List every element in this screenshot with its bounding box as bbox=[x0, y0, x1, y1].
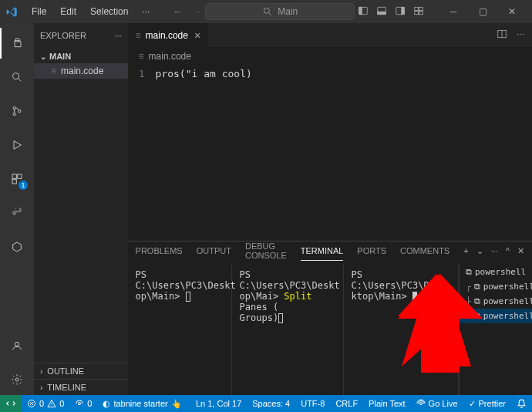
terminal-icon: ⧉ bbox=[474, 282, 480, 292]
tab-more-icon[interactable]: ··· bbox=[517, 29, 524, 42]
status-prettier[interactable]: ✓ Prettier bbox=[463, 395, 511, 412]
status-cursor[interactable]: Ln 1, Col 17 bbox=[190, 395, 247, 412]
svg-rect-9 bbox=[419, 7, 423, 10]
python-icon[interactable] bbox=[0, 198, 34, 228]
status-errors[interactable]: 0 0 bbox=[22, 395, 69, 412]
status-eol[interactable]: CRLF bbox=[330, 395, 363, 412]
file-icon: ≡ bbox=[139, 51, 144, 62]
terminal-icon: ⧉ bbox=[466, 267, 472, 277]
svg-line-13 bbox=[19, 79, 21, 81]
menu-more[interactable]: ··· bbox=[136, 3, 156, 20]
layout-grid-icon[interactable] bbox=[413, 5, 424, 19]
vscode-logo-icon bbox=[6, 5, 18, 18]
terminal-pane-1[interactable]: PS C:\Users\PC3\Deskt op\Main> bbox=[128, 265, 232, 395]
source-control-icon[interactable] bbox=[0, 96, 34, 127]
breadcrumb[interactable]: ≡ main.code bbox=[128, 48, 532, 65]
tab-main-code[interactable]: ≡ main.code × bbox=[128, 23, 210, 48]
menu-file[interactable]: File bbox=[25, 3, 52, 20]
terminal-icon: ⧉ bbox=[474, 311, 480, 321]
terminal-pane-2[interactable]: PS C:\Users\PC3\Deskt op\Mai> Split Pane… bbox=[232, 265, 344, 395]
menu-edit[interactable]: Edit bbox=[54, 3, 82, 20]
terminal-icon: ⧉ bbox=[474, 296, 480, 306]
panel-tab-problems[interactable]: PROBLEMS bbox=[136, 246, 183, 260]
nav-arrows: ← → bbox=[173, 6, 202, 17]
svg-rect-19 bbox=[12, 180, 16, 184]
panel-tab-output[interactable]: OUTPUT bbox=[197, 246, 231, 260]
panel-tab-debug-console[interactable]: DEBUG CONSOLE bbox=[245, 241, 287, 265]
svg-point-16 bbox=[19, 110, 21, 112]
svg-point-15 bbox=[13, 113, 15, 115]
folder-section[interactable]: ⌄ MAIN bbox=[34, 49, 128, 63]
editor-tabs: ≡ main.code × ··· bbox=[128, 23, 532, 48]
cursor-icon bbox=[278, 313, 283, 323]
search-text: Main bbox=[278, 6, 298, 17]
file-item-main[interactable]: ≡ main.code bbox=[34, 63, 128, 79]
minimize-icon[interactable]: ─ bbox=[439, 1, 467, 22]
panel-tab-comments[interactable]: COMMENTS bbox=[400, 246, 450, 260]
close-icon[interactable]: ✕ bbox=[498, 1, 526, 22]
window-controls: ─ ▢ ✕ bbox=[439, 1, 526, 22]
extensions-badge: 1 bbox=[19, 181, 28, 190]
sidebar-explorer: EXPLORER ··· ⌄ MAIN ≡ main.code › OUTLIN… bbox=[34, 23, 128, 395]
layout-toggle-2-icon[interactable] bbox=[376, 5, 387, 19]
outline-section[interactable]: › OUTLINE bbox=[34, 363, 128, 379]
status-spaces[interactable]: Spaces: 4 bbox=[247, 395, 295, 412]
status-encoding[interactable]: UTF-8 bbox=[295, 395, 330, 412]
maximize-icon[interactable]: ▢ bbox=[469, 1, 497, 22]
close-panel-icon[interactable]: ✕ bbox=[517, 246, 524, 261]
svg-rect-10 bbox=[415, 11, 419, 14]
tab-close-icon[interactable]: × bbox=[194, 29, 200, 42]
status-ports[interactable]: 0 bbox=[69, 395, 97, 412]
svg-rect-11 bbox=[419, 11, 423, 14]
check-icon: ✓ bbox=[469, 399, 476, 409]
svg-rect-18 bbox=[18, 174, 22, 178]
command-center[interactable]: Main bbox=[205, 3, 355, 20]
split-editor-icon[interactable] bbox=[497, 29, 507, 42]
new-terminal-icon[interactable]: + bbox=[463, 246, 468, 261]
nav-forward-icon[interactable]: → bbox=[193, 6, 202, 17]
sidebar-title: EXPLORER bbox=[40, 31, 86, 40]
svg-point-14 bbox=[13, 106, 15, 109]
panel-tab-ports[interactable]: PORTS bbox=[357, 246, 386, 260]
terminal-list-item[interactable]: └⧉powershell bbox=[460, 309, 532, 323]
chevron-right-icon: › bbox=[40, 383, 42, 392]
status-tabnine[interactable]: ◐ tabnine starter 👆 bbox=[97, 395, 187, 412]
timeline-section[interactable]: › TIMELINE bbox=[34, 379, 128, 395]
terminal-list-item[interactable]: ┌⧉powershell bbox=[460, 279, 532, 294]
terminal-pane-3[interactable]: PS C:\Users\PC3\Des ktop\Main> bbox=[344, 265, 459, 395]
terminal-dropdown-icon[interactable]: ⌄ bbox=[476, 246, 483, 261]
terminal-list: ⧉powershell ┌⧉powershell ├⧉powershell └⧉… bbox=[459, 265, 532, 395]
remote-indicator[interactable] bbox=[0, 395, 22, 412]
extensions-icon[interactable]: 1 bbox=[0, 164, 34, 194]
status-language[interactable]: Plain Text bbox=[363, 395, 411, 412]
bottom-panel: PROBLEMS OUTPUT DEBUG CONSOLE TERMINAL P… bbox=[128, 241, 532, 395]
run-debug-icon[interactable] bbox=[0, 130, 34, 160]
account-icon[interactable] bbox=[0, 330, 34, 361]
maximize-panel-icon[interactable]: ^ bbox=[506, 246, 510, 261]
chevron-down-icon: ⌄ bbox=[40, 52, 46, 61]
svg-rect-8 bbox=[415, 7, 419, 10]
panel-more-icon[interactable]: ··· bbox=[491, 246, 498, 261]
nav-back-icon[interactable]: ← bbox=[173, 6, 182, 17]
hex-icon[interactable] bbox=[0, 231, 34, 262]
activity-bar: 1 bbox=[0, 23, 34, 395]
code-line-1: pros("i am cool) bbox=[156, 68, 252, 79]
explorer-icon[interactable] bbox=[0, 28, 34, 59]
cursor-icon bbox=[412, 292, 417, 302]
settings-gear-icon[interactable] bbox=[0, 364, 34, 395]
code-editor[interactable]: 1 pros("i am cool) bbox=[128, 65, 532, 241]
search-icon[interactable] bbox=[0, 62, 34, 93]
svg-rect-5 bbox=[378, 12, 386, 15]
status-golive[interactable]: Go Live bbox=[411, 395, 463, 412]
layout-toggle-1-icon[interactable] bbox=[358, 5, 369, 19]
menu-selection[interactable]: Selection bbox=[84, 3, 134, 20]
sidebar-more-icon[interactable]: ··· bbox=[114, 31, 121, 40]
status-notifications-icon[interactable] bbox=[511, 395, 532, 412]
layout-toggle-3-icon[interactable] bbox=[395, 5, 406, 19]
editor-group: ≡ main.code × ··· ≡ main.code 1 pros("i … bbox=[128, 23, 532, 395]
terminal-list-item[interactable]: ⧉powershell bbox=[460, 265, 532, 279]
svg-point-29 bbox=[419, 403, 422, 405]
file-icon: ≡ bbox=[136, 30, 141, 41]
terminal-list-item[interactable]: ├⧉powershell bbox=[460, 294, 532, 309]
panel-tab-terminal[interactable]: TERMINAL bbox=[301, 246, 344, 261]
